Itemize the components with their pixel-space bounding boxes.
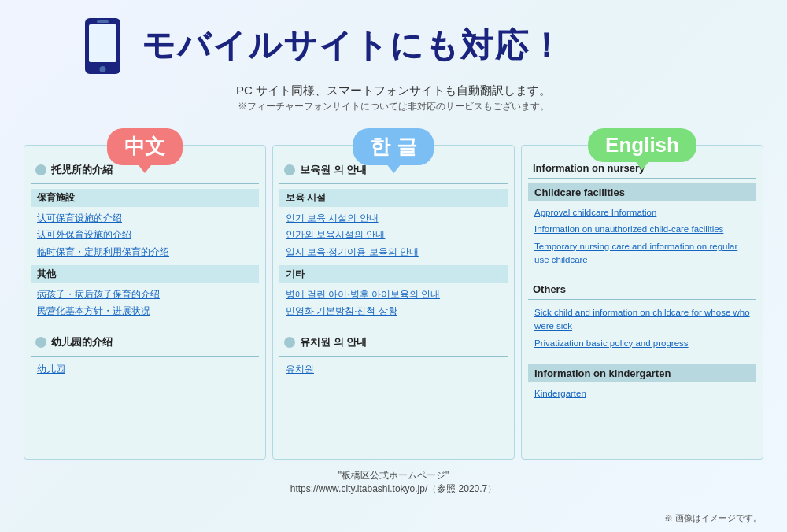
- svg-point-2: [99, 66, 105, 72]
- en-section3-header: Information on kindergarten: [528, 364, 756, 382]
- ko-link-group3: 유치원: [279, 361, 508, 378]
- ko-section-dot2: [284, 337, 295, 348]
- zh-link-1[interactable]: 认可保育设施的介绍: [31, 210, 259, 227]
- svg-rect-3: [97, 20, 109, 23]
- ko-section2-title: 유치원 의 안내: [300, 335, 367, 349]
- footer: "板橋区公式ホームページ" https://www.city.itabashi.…: [0, 469, 787, 496]
- zh-link-2[interactable]: 认可外保育设施的介绍: [31, 227, 259, 243]
- zh-link-3[interactable]: 临时保育・定期利用保育的介绍: [31, 244, 259, 260]
- ko-link-group1: 인기 보육 시설의 안내 인가외 보육시설의 안내 일시 보육·정기이용 보육의…: [279, 210, 508, 260]
- panel-ko: 한 글 보육원 의 안내 보육 시설 인기 보육 시설의 안내 인가외 보육시설…: [272, 145, 515, 460]
- main-container: モバイルサイトにも対応！ PC サイト同様、スマートフォンサイトも自動翻訳します…: [0, 0, 787, 532]
- section-dot: [35, 164, 46, 175]
- en-link-5[interactable]: Privatization basic policy and progress: [528, 335, 756, 352]
- subtitle-main: PC サイト同様、スマートフォンサイトも自動翻訳します。: [0, 83, 787, 98]
- en-section2-title: Others: [533, 283, 566, 295]
- phone-icon: [79, 14, 126, 77]
- en-section1-title: Information on nursery: [533, 162, 645, 174]
- main-title: モバイルサイトにも対応！: [142, 24, 564, 68]
- bubble-en: English: [588, 128, 696, 162]
- panel-en-content: Information on nursery Childcare facilit…: [522, 152, 763, 413]
- en-link-6[interactable]: Kindergarten: [528, 386, 756, 402]
- ko-subsection2-header: 기타: [279, 265, 508, 283]
- ko-link-3[interactable]: 일시 보육·정기이용 보육의 안내: [279, 244, 508, 260]
- panel-zh: 中文 托児所的介紹 保育施設 认可保育设施的介绍 认可外保育设施的介绍 临时保育…: [24, 145, 266, 460]
- panels-container: 中文 托児所的介紹 保育施設 认可保育设施的介绍 认可外保育设施的介绍 临时保育…: [0, 123, 787, 460]
- zh-link-group2: 病孩子・病后孩子保育的介绍 民营化基本方针・进展状况: [31, 286, 259, 320]
- section-dot2: [35, 337, 46, 348]
- panel-zh-content: 托児所的介紹 保育施設 认可保育设施的介绍 认可外保育设施的介绍 临时保育・定期…: [24, 152, 265, 390]
- header: モバイルサイトにも対応！: [0, 0, 787, 83]
- ko-link-4[interactable]: 병에 걸린 아이·병후 아이보육의 안내: [279, 286, 508, 303]
- ko-subsection1-header: 보육 시설: [279, 189, 508, 207]
- en-childcare-header: Childcare facilities: [528, 183, 756, 201]
- en-link-3[interactable]: Temporary nursing care and information o…: [528, 238, 756, 269]
- subtitle-note: ※フィーチャーフォンサイトについては非対応のサービスもございます。: [0, 100, 787, 113]
- ko-link-5[interactable]: 민영화 기본방침·진척 상황: [279, 303, 508, 320]
- bubble-zh: 中文: [107, 128, 183, 165]
- zh-link-6[interactable]: 幼儿园: [31, 361, 259, 378]
- zh-subsection2-header: 其他: [31, 265, 259, 283]
- en-section2-header: Others: [528, 281, 756, 297]
- ko-section-dot1: [284, 164, 295, 175]
- en-link-4[interactable]: Sick child and information on childcare …: [528, 305, 756, 335]
- panel-en: English Information on nursery Childcare…: [521, 145, 763, 460]
- en-link-group2: Sick child and information on childcare …: [528, 305, 756, 352]
- zh-link-5[interactable]: 民营化基本方针・进展状况: [31, 303, 259, 320]
- bubble-ko: 한 글: [353, 128, 434, 165]
- en-link-1[interactable]: Approval childcare Information: [528, 205, 756, 221]
- zh-section1-title: 托児所的介紹: [51, 163, 113, 177]
- svg-rect-1: [89, 24, 116, 62]
- ko-link-group2: 병에 걸린 아이·병후 아이보육의 안내 민영화 기본방침·진척 상황: [279, 286, 508, 320]
- en-link-group3: Kindergarten: [528, 386, 756, 402]
- panel-ko-content: 보육원 의 안내 보육 시설 인기 보육 시설의 안내 인가외 보육시설의 안내…: [273, 152, 514, 390]
- en-link-group1: Approval childcare Information Informati…: [528, 205, 756, 268]
- en-link-2[interactable]: Information on unauthorized child-care f…: [528, 221, 756, 238]
- footer-url: https://www.city.itabashi.tokyo.jp/（参照 2…: [290, 483, 497, 494]
- subtitle-area: PC サイト同様、スマートフォンサイトも自動翻訳します。 ※フィーチャーフォンサ…: [0, 83, 787, 113]
- zh-subsection1-header: 保育施設: [31, 189, 259, 207]
- ko-link-2[interactable]: 인가외 보육시설의 안내: [279, 227, 508, 243]
- footer-quote: "板橋区公式ホームページ": [338, 470, 449, 481]
- zh-section2-title: 幼儿园的介绍: [51, 335, 113, 349]
- ko-section2-header: 유치원 의 안내: [279, 332, 508, 353]
- zh-link-4[interactable]: 病孩子・病后孩子保育的介绍: [31, 286, 259, 303]
- ko-section1-title: 보육원 의 안내: [300, 163, 367, 177]
- ko-link-6[interactable]: 유치원: [279, 361, 508, 378]
- footer-note: ※ 画像はイメージです。: [664, 512, 762, 524]
- ko-link-1[interactable]: 인기 보육 시설의 안내: [279, 210, 508, 227]
- zh-section2-header: 幼儿园的介绍: [31, 332, 259, 353]
- zh-link-group1: 认可保育设施的介绍 认可外保育设施的介绍 临时保育・定期利用保育的介绍: [31, 210, 259, 260]
- zh-link-group3: 幼儿园: [31, 361, 259, 378]
